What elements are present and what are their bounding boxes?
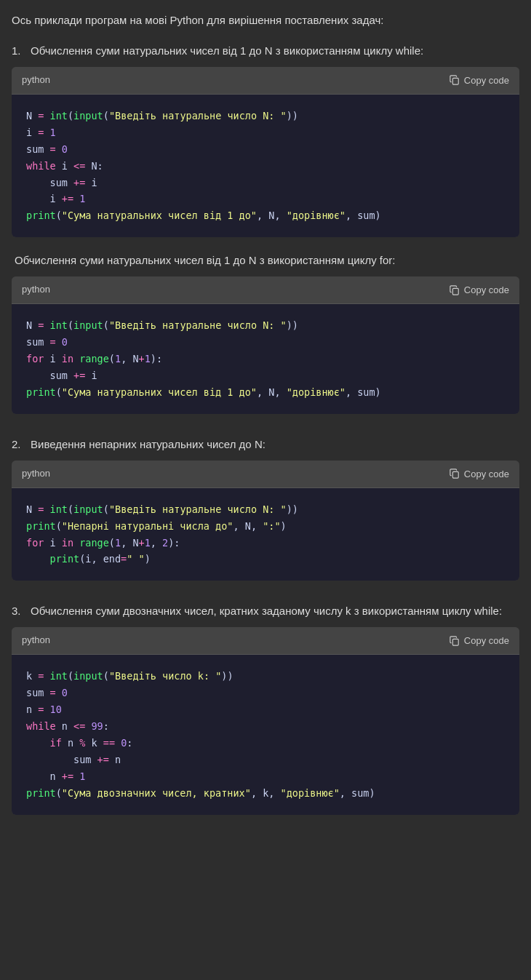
section-1-title: 1. Обчислення суми натуральних чисел від… <box>12 42 519 60</box>
copy-icon-3 <box>450 636 460 646</box>
code-header-3: python Copy code <box>12 627 519 655</box>
section-2-number: 2. <box>12 436 26 453</box>
code-lang-3: python <box>22 633 50 648</box>
code-block-2: python Copy code N = int(input("Введіть … <box>12 461 519 581</box>
copy-icon-1b <box>450 285 460 295</box>
section-2-title: 2. Виведення непарних натуральних чисел … <box>12 436 519 453</box>
section-1b: Обчислення суми натуральних чисел від 1 … <box>12 252 519 413</box>
intro-text: Ось приклади програм на мові Python для … <box>12 12 519 29</box>
section-3-number: 3. <box>12 602 26 620</box>
section-2-title-text: Виведення непарних натуральних чисел до … <box>31 436 266 453</box>
code-lang-1b: python <box>22 282 50 298</box>
copy-icon-2 <box>450 469 460 479</box>
code-body-1: N = int(input("Введіть натуральне число … <box>12 95 519 238</box>
code-body-1b: N = int(input("Введіть натуральне число … <box>12 304 519 414</box>
copy-button-1b[interactable]: Copy code <box>450 284 509 295</box>
code-lang-1: python <box>22 73 50 88</box>
copy-icon-1 <box>450 75 460 85</box>
copy-button-1[interactable]: Copy code <box>450 75 509 86</box>
svg-rect-3 <box>452 639 458 645</box>
code-block-1: python Copy code N = int(input("Введіть … <box>12 67 519 237</box>
copy-label-2: Copy code <box>464 469 509 479</box>
code-block-1b: python Copy code N = int(input("Введіть … <box>12 276 519 413</box>
section-1: 1. Обчислення суми натуральних чисел від… <box>12 42 519 237</box>
section-2: 2. Виведення непарних натуральних чисел … <box>12 436 519 581</box>
code-block-3: python Copy code k = int(input("Введіть … <box>12 627 519 814</box>
code-body-3: k = int(input("Введіть число k: ")) sum … <box>12 655 519 815</box>
section-3-title-text: Обчислення суми двозначних чисел, кратни… <box>31 602 502 620</box>
svg-rect-1 <box>452 288 458 295</box>
svg-rect-0 <box>452 79 458 85</box>
section-3-title: 3. Обчислення суми двозначних чисел, кра… <box>12 602 519 620</box>
copy-button-2[interactable]: Copy code <box>450 469 509 479</box>
code-header-1b: python Copy code <box>12 276 519 304</box>
section-3: 3. Обчислення суми двозначних чисел, кра… <box>12 602 519 814</box>
code-lang-2: python <box>22 466 50 482</box>
code-body-2: N = int(input("Введіть натуральне число … <box>12 488 519 581</box>
section-1b-title: Обчислення суми натуральних чисел від 1 … <box>12 252 519 269</box>
copy-label-3: Copy code <box>464 635 509 646</box>
section-1-title-text: Обчислення суми натуральних чисел від 1 … <box>31 42 423 60</box>
code-header-1: python Copy code <box>12 67 519 95</box>
code-header-2: python Copy code <box>12 461 519 488</box>
copy-label-1b: Copy code <box>464 284 509 295</box>
copy-label-1: Copy code <box>464 75 509 86</box>
svg-rect-2 <box>452 472 458 479</box>
copy-button-3[interactable]: Copy code <box>450 635 509 646</box>
section-1-number: 1. <box>12 42 26 60</box>
